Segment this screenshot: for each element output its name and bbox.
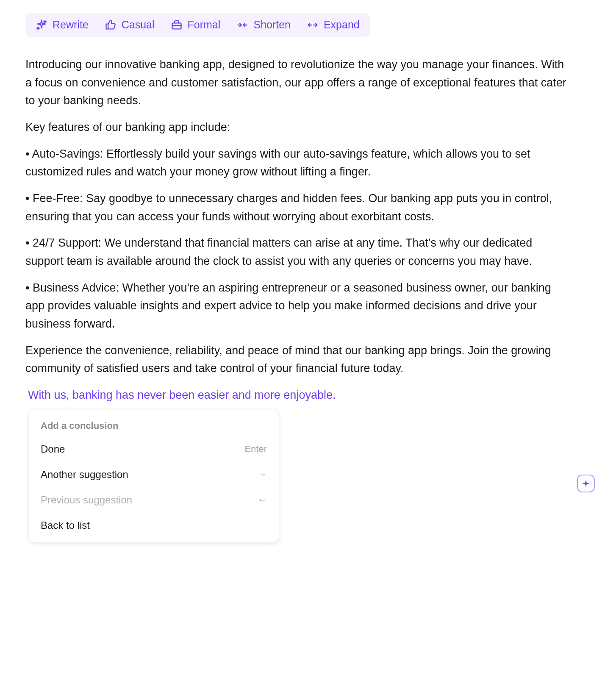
popup-back-item[interactable]: Back to list <box>29 513 279 538</box>
arrows-in-icon <box>236 19 248 31</box>
paragraph-feefree: • Fee-Free: Say goodbye to unnecessary c… <box>25 189 568 225</box>
ai-fab-button[interactable] <box>577 475 595 492</box>
expand-label: Expand <box>324 19 360 31</box>
rewrite-label: Rewrite <box>53 19 89 31</box>
popup-back-label: Back to list <box>41 520 90 531</box>
shorten-button[interactable]: Shorten <box>236 19 291 31</box>
sparkle-icon <box>581 479 591 488</box>
paragraph-autosavings: • Auto-Savings: Effortlessly build your … <box>25 145 568 181</box>
document-content[interactable]: Introducing our innovative banking app, … <box>25 56 568 378</box>
popup-done-label: Done <box>41 443 65 455</box>
expand-button[interactable]: Expand <box>307 19 360 31</box>
paragraph-support: • 24/7 Support: We understand that finan… <box>25 234 568 270</box>
arrow-left-icon: ← <box>258 495 267 506</box>
popup-previous-label: Previous suggestion <box>41 494 132 506</box>
briefcase-icon <box>171 19 183 31</box>
formal-button[interactable]: Formal <box>171 19 221 31</box>
popup-previous-item: Previous suggestion ← <box>29 487 279 513</box>
svg-rect-0 <box>172 23 181 29</box>
suggestion-popup: Add a conclusion Done Enter Another sugg… <box>29 410 279 542</box>
sparkle-icon <box>36 19 47 31</box>
formal-label: Formal <box>188 19 221 31</box>
arrows-out-icon <box>307 19 319 31</box>
casual-label: Casual <box>122 19 155 31</box>
popup-title: Add a conclusion <box>29 418 279 436</box>
arrow-right-icon: → <box>258 469 267 480</box>
popup-done-shortcut: Enter <box>244 444 267 455</box>
thumbs-up-icon <box>105 19 117 31</box>
rewrite-button[interactable]: Rewrite <box>36 19 89 31</box>
ai-toolbar: Rewrite Casual Formal Shorten Expand <box>25 13 370 37</box>
paragraph-features-heading: Key features of our banking app include: <box>25 118 568 136</box>
paragraph-closing: Experience the convenience, reliability,… <box>25 342 568 378</box>
paragraph-advice: • Business Advice: Whether you're an asp… <box>25 279 568 333</box>
ai-suggestion-text: With us, banking has never been easier a… <box>28 386 591 404</box>
popup-done-item[interactable]: Done Enter <box>29 436 279 462</box>
popup-another-label: Another suggestion <box>41 469 128 481</box>
popup-another-item[interactable]: Another suggestion → <box>29 462 279 487</box>
shorten-label: Shorten <box>253 19 291 31</box>
casual-button[interactable]: Casual <box>105 19 155 31</box>
paragraph-intro: Introducing our innovative banking app, … <box>25 56 568 110</box>
